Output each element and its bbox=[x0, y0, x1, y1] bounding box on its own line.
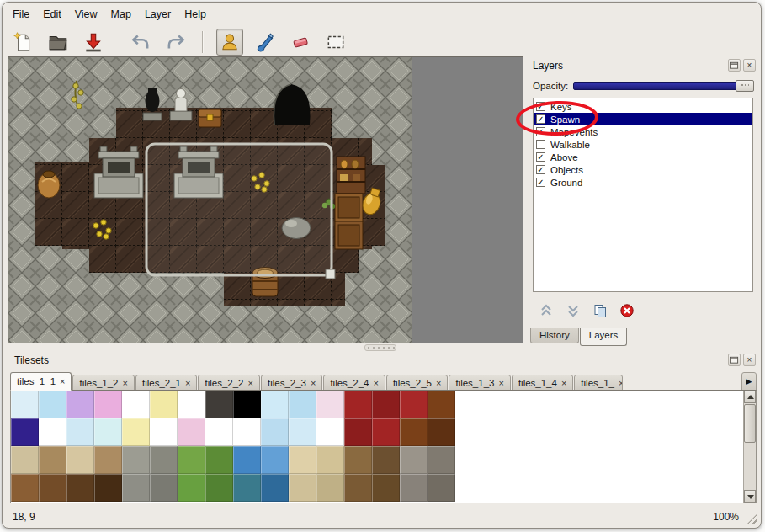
tile[interactable] bbox=[150, 474, 178, 502]
float-panel-button[interactable] bbox=[728, 354, 741, 366]
tile[interactable] bbox=[150, 391, 178, 418]
tile[interactable] bbox=[344, 418, 372, 446]
raise-layer-button[interactable] bbox=[536, 301, 556, 321]
menu-edit[interactable]: Edit bbox=[36, 6, 68, 23]
tile[interactable] bbox=[428, 474, 455, 502]
tab-close-icon[interactable]: × bbox=[185, 379, 190, 387]
redo-button[interactable] bbox=[162, 29, 189, 56]
tileset-tab[interactable]: tiles_2_1 × bbox=[135, 375, 197, 391]
tile[interactable] bbox=[400, 474, 428, 502]
opacity-slider-handle[interactable] bbox=[736, 80, 754, 92]
tile[interactable] bbox=[289, 446, 316, 474]
layer-row-walkable[interactable]: Walkable bbox=[534, 138, 752, 151]
tile[interactable] bbox=[11, 418, 39, 446]
tile[interactable] bbox=[150, 418, 178, 446]
tile[interactable] bbox=[66, 446, 94, 474]
scroll-down-button[interactable] bbox=[744, 490, 756, 503]
tile[interactable] bbox=[344, 474, 372, 502]
tile[interactable] bbox=[428, 391, 455, 418]
tile[interactable] bbox=[205, 474, 233, 502]
layer-checkbox[interactable]: ✓ bbox=[536, 165, 545, 174]
tile[interactable] bbox=[372, 446, 400, 474]
tile[interactable] bbox=[39, 446, 66, 474]
tile[interactable] bbox=[178, 446, 205, 474]
tile[interactable] bbox=[66, 391, 94, 418]
layer-row-keys[interactable]: ✓ Keys bbox=[534, 100, 752, 113]
tile[interactable] bbox=[150, 446, 178, 474]
tileset-tab[interactable]: tiles_2_5 × bbox=[386, 375, 448, 391]
tileset-tab[interactable]: tiles_1_2 × bbox=[72, 375, 134, 391]
tile[interactable] bbox=[400, 391, 428, 418]
tile[interactable] bbox=[372, 391, 400, 418]
menu-map[interactable]: Map bbox=[104, 6, 138, 23]
tile[interactable] bbox=[261, 418, 289, 446]
tile[interactable] bbox=[39, 391, 66, 418]
layer-row-ground[interactable]: ✓ Ground bbox=[534, 176, 752, 189]
tab-close-icon[interactable]: × bbox=[248, 379, 253, 387]
map-viewport[interactable] bbox=[8, 56, 523, 343]
close-panel-button[interactable]: × bbox=[743, 354, 756, 366]
tile[interactable] bbox=[94, 418, 122, 446]
tile[interactable] bbox=[11, 391, 39, 418]
map-canvas[interactable] bbox=[8, 57, 412, 343]
tile[interactable] bbox=[233, 418, 261, 446]
tile[interactable] bbox=[39, 418, 66, 446]
selection-handle[interactable] bbox=[326, 269, 335, 279]
stamp-tool-button[interactable] bbox=[216, 29, 243, 56]
tile[interactable] bbox=[178, 474, 205, 502]
tile[interactable] bbox=[316, 418, 344, 446]
tile[interactable] bbox=[205, 418, 233, 446]
tab-layers[interactable]: Layers bbox=[580, 328, 628, 346]
tile[interactable] bbox=[66, 474, 94, 502]
opacity-slider[interactable] bbox=[573, 79, 754, 93]
tab-scroll-right-button[interactable]: ▶ bbox=[741, 372, 757, 391]
tileset-tab[interactable]: tiles_1_3 × bbox=[449, 375, 510, 391]
tile[interactable] bbox=[344, 446, 372, 474]
save-map-button[interactable] bbox=[80, 29, 107, 56]
menu-help[interactable]: Help bbox=[178, 6, 213, 23]
tab-close-icon[interactable]: × bbox=[373, 379, 378, 387]
tile[interactable] bbox=[94, 391, 122, 418]
tile[interactable] bbox=[94, 474, 122, 502]
tileset-tab[interactable]: tiles_2_3 × bbox=[261, 375, 322, 391]
tile[interactable] bbox=[428, 446, 455, 474]
tile[interactable] bbox=[94, 446, 122, 474]
tab-history[interactable]: History bbox=[530, 328, 579, 343]
tile[interactable] bbox=[428, 418, 455, 446]
tile[interactable] bbox=[400, 446, 428, 474]
delete-layer-button[interactable] bbox=[617, 301, 637, 321]
float-panel-button[interactable] bbox=[728, 59, 741, 72]
tile[interactable] bbox=[122, 446, 150, 474]
menu-layer[interactable]: Layer bbox=[138, 6, 178, 23]
tile[interactable] bbox=[122, 418, 150, 446]
layer-row-objects[interactable]: ✓ Objects bbox=[534, 163, 752, 176]
tile[interactable] bbox=[39, 474, 66, 502]
tile[interactable] bbox=[205, 391, 233, 418]
tile[interactable] bbox=[400, 418, 428, 446]
tab-close-icon[interactable]: × bbox=[123, 379, 128, 387]
layer-row-mapevents[interactable]: ✓ Mapevents bbox=[534, 125, 752, 138]
tab-close-icon[interactable]: × bbox=[60, 377, 65, 386]
tab-close-icon[interactable]: × bbox=[498, 379, 503, 387]
tile[interactable] bbox=[289, 418, 316, 446]
tile[interactable] bbox=[233, 474, 261, 502]
menu-view[interactable]: View bbox=[68, 6, 104, 23]
tile[interactable] bbox=[11, 474, 39, 502]
layer-checkbox[interactable] bbox=[536, 140, 545, 149]
tile[interactable] bbox=[289, 391, 316, 418]
horizontal-splitter-handle[interactable] bbox=[364, 344, 396, 351]
tile[interactable] bbox=[316, 391, 344, 418]
tile[interactable] bbox=[178, 418, 205, 446]
new-map-button[interactable] bbox=[9, 29, 36, 56]
tile[interactable] bbox=[289, 474, 316, 502]
tileset-tab[interactable]: tiles_1_4 × bbox=[512, 375, 573, 391]
duplicate-layer-button[interactable] bbox=[590, 301, 610, 321]
tile[interactable] bbox=[66, 418, 94, 446]
tileset-tab[interactable]: tiles_2_2 × bbox=[198, 375, 259, 391]
layer-row-spawn[interactable]: ✓ Spawn bbox=[534, 113, 752, 125]
tile[interactable] bbox=[261, 446, 289, 474]
tile[interactable] bbox=[233, 391, 261, 418]
open-map-button[interactable] bbox=[45, 29, 72, 56]
resize-grip[interactable] bbox=[746, 513, 757, 524]
tab-close-icon[interactable]: × bbox=[561, 379, 566, 387]
